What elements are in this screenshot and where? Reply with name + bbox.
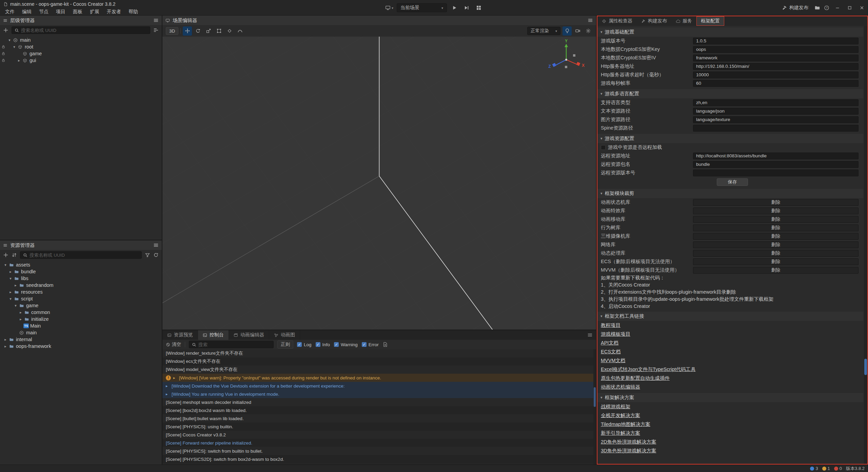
delete-button[interactable]: 删除 <box>693 224 859 231</box>
expand-arrow[interactable]: ▾ <box>12 45 17 49</box>
expand-arrow[interactable]: ▾ <box>8 276 13 281</box>
property-input[interactable]: framework <box>693 55 859 61</box>
axis-gizmo[interactable]: Y X Z <box>546 39 587 79</box>
inspector-tab[interactable]: 服务 <box>671 16 696 26</box>
z-axis-handle[interactable] <box>552 63 556 67</box>
add-node-button[interactable] <box>3 27 8 33</box>
checkbox[interactable]: ✓ <box>316 342 320 347</box>
delete-button[interactable]: 删除 <box>693 233 859 240</box>
build-publish-button[interactable]: 构建发布 <box>778 5 812 11</box>
status-info-counter[interactable]: 3 <box>810 466 818 471</box>
expand-arrow[interactable]: ▸ <box>3 337 8 342</box>
property-input[interactable]: 10000 <box>693 72 859 78</box>
dimension-toggle-button[interactable]: 3D <box>166 27 178 35</box>
checkbox[interactable]: ✓ <box>362 342 367 347</box>
doc-link[interactable]: Excel格式转Json文件与TypeScript代码工具 <box>601 366 696 373</box>
expand-arrow[interactable]: ▾ <box>7 38 12 42</box>
preview-platform-button[interactable]: ▾ <box>384 3 394 13</box>
log-row[interactable]: !▸[Window] [Vue warn]: Property "onInput… <box>162 374 593 382</box>
expand-arrow[interactable]: ▸ <box>18 317 23 321</box>
hierarchy-node[interactable]: ▾main <box>0 37 162 43</box>
assets-options-icon[interactable] <box>153 242 159 248</box>
bulb-toggle-button[interactable] <box>563 26 572 36</box>
lock-icon[interactable] <box>1 52 5 56</box>
menu-item[interactable]: 编辑 <box>18 8 35 16</box>
hierarchy-node[interactable]: ▾root <box>0 43 162 50</box>
log-filter-warning[interactable]: ✓Warning <box>334 342 358 347</box>
expand-arrow[interactable]: ▸ <box>3 344 8 349</box>
doc-link[interactable]: 动画状态机编辑器 <box>601 384 640 390</box>
minimize-button[interactable] <box>831 0 844 16</box>
y-axis-arrow[interactable] <box>565 44 568 47</box>
scene-options-icon[interactable] <box>588 18 593 23</box>
clear-console-button[interactable]: 清空 <box>166 341 181 348</box>
property-input[interactable]: http://localhost:8083/assets/bundle <box>693 153 859 159</box>
camera-toggle-button[interactable] <box>573 26 582 36</box>
doc-link[interactable]: 新手引导解决方案 <box>601 430 640 436</box>
maximize-button[interactable] <box>844 0 856 16</box>
play-button[interactable] <box>450 3 459 13</box>
expand-arrow[interactable]: ▸ <box>8 290 13 294</box>
asset-node[interactable]: ▸bundle <box>0 268 162 275</box>
scene-viewport[interactable]: Y X Z <box>162 37 596 330</box>
asset-node[interactable]: ▾game <box>0 302 162 309</box>
property-input[interactable]: bundle <box>693 161 859 168</box>
expand-arrow[interactable]: ▸ <box>13 283 18 288</box>
delete-button[interactable]: 删除 <box>693 267 859 274</box>
property-input[interactable]: 60 <box>693 80 859 87</box>
delete-button[interactable]: 删除 <box>693 241 859 248</box>
expand-arrow[interactable]: ▸ <box>16 58 22 63</box>
hierarchy-node[interactable]: game <box>0 50 162 57</box>
doc-link[interactable]: API文档 <box>601 340 618 346</box>
asset-node[interactable]: ▾libs <box>0 275 162 282</box>
scale-tool-button[interactable] <box>204 26 213 36</box>
menu-item[interactable]: 文件 <box>1 8 18 16</box>
section-header[interactable]: ▾游戏资源配置 <box>597 134 863 143</box>
inspector-scrollbar[interactable] <box>864 26 867 464</box>
menu-item[interactable]: 帮助 <box>125 8 142 16</box>
doc-link[interactable]: 游戏模板项目 <box>601 331 630 337</box>
assets-search-input[interactable] <box>29 253 139 258</box>
layout-button[interactable] <box>474 3 484 13</box>
menu-item[interactable]: 节点 <box>35 8 52 16</box>
console-search-input[interactable] <box>198 342 271 347</box>
expand-arrow[interactable]: ▸ <box>166 384 169 388</box>
step-button[interactable] <box>462 3 471 13</box>
asset-node[interactable]: ▸internal <box>0 336 162 343</box>
property-input[interactable]: language/texture <box>693 116 859 123</box>
expand-arrow[interactable]: ▾ <box>13 303 18 308</box>
doc-link[interactable]: 战棋游戏框架 <box>601 404 630 410</box>
doc-link[interactable]: 教程项目 <box>601 322 620 329</box>
console-tab[interactable]: 控制台 <box>198 330 229 340</box>
sort-assets-button[interactable] <box>12 252 17 258</box>
asset-node[interactable]: ▾assets <box>0 261 162 268</box>
render-mode-selector[interactable]: 正常渲染 ▾ <box>527 27 560 35</box>
expand-arrow[interactable]: ▾ <box>3 263 8 267</box>
close-button[interactable] <box>856 0 868 16</box>
expand-arrow[interactable]: ▸ <box>173 376 177 380</box>
property-input[interactable]: http://192.168.0.150/main/ <box>693 63 859 70</box>
expand-arrow[interactable]: ▸ <box>166 392 169 396</box>
doc-link[interactable]: MVVM文档 <box>601 357 626 364</box>
pivot-tool-button[interactable] <box>225 26 234 36</box>
help-button[interactable]: ? <box>822 3 831 13</box>
asset-node[interactable]: main <box>0 329 162 336</box>
property-input[interactable] <box>693 125 859 132</box>
property-input[interactable]: oops <box>693 46 859 53</box>
rotate-tool-button[interactable] <box>193 26 202 36</box>
menu-item[interactable]: 面板 <box>69 8 86 16</box>
checkbox[interactable] <box>601 145 606 150</box>
refresh-assets-button[interactable] <box>153 252 159 258</box>
open-project-folder-button[interactable] <box>812 3 822 13</box>
section-header[interactable]: ▾游戏多语言配置 <box>597 89 863 98</box>
menu-item[interactable]: 扩展 <box>86 8 103 16</box>
log-filter-log[interactable]: ✓Log <box>297 342 312 347</box>
delete-button[interactable]: 删除 <box>693 258 859 265</box>
doc-link[interactable]: 全栈开发解决方案 <box>601 412 640 419</box>
delete-button[interactable]: 删除 <box>693 250 859 257</box>
collapse-all-button[interactable] <box>153 27 159 33</box>
section-header[interactable]: ▾框架解决方案 <box>597 393 863 402</box>
export-log-button[interactable] <box>382 342 388 347</box>
lock-icon[interactable] <box>1 58 5 62</box>
console-tab[interactable]: 动画编辑器 <box>229 330 269 340</box>
